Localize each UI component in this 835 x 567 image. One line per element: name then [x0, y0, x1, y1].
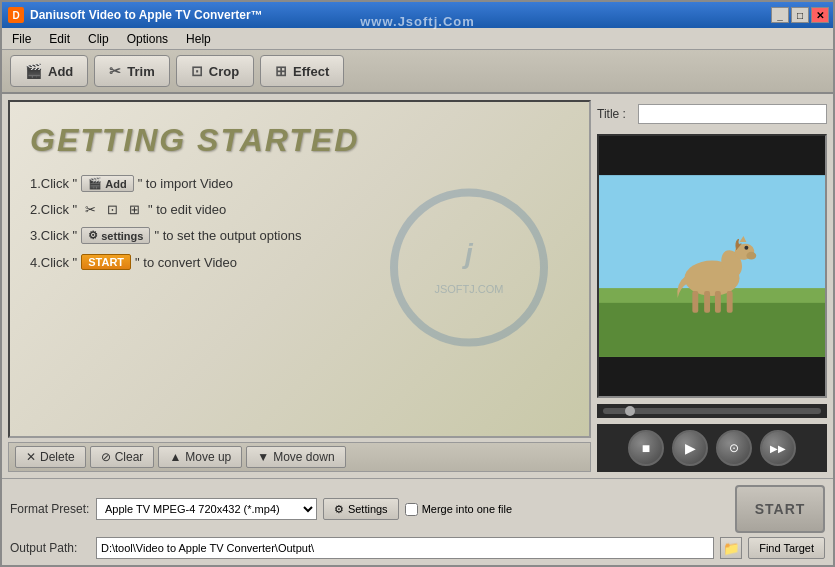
clear-icon: ⊘: [101, 450, 111, 464]
step-1: 1.Click " 🎬 Add " to import Video: [30, 175, 233, 192]
stop-button[interactable]: ■: [628, 430, 664, 466]
crop-button[interactable]: ⊡ Crop: [176, 55, 254, 87]
step1-film-icon: 🎬: [88, 177, 102, 190]
step3-settings-btn: ⚙ settings: [81, 227, 150, 244]
menu-clip[interactable]: Clip: [84, 30, 113, 48]
browse-folder-button[interactable]: 📁: [720, 537, 742, 559]
title-field-label: Title :: [597, 107, 632, 121]
seek-bar-container: [597, 404, 827, 418]
menu-file[interactable]: File: [8, 30, 35, 48]
svg-rect-13: [704, 291, 710, 313]
title-input[interactable]: [638, 104, 827, 124]
watermark-text: www.Jsoftj.Com: [360, 14, 475, 29]
menu-bar: File Edit Clip Options Help: [2, 28, 833, 50]
output-row: Output Path: 📁 Find Target: [10, 537, 825, 559]
svg-rect-5: [599, 303, 825, 357]
settings-label: Settings: [348, 503, 388, 515]
menu-options[interactable]: Options: [123, 30, 172, 48]
svg-point-9: [746, 252, 756, 260]
settings-gear-icon: ⚙: [334, 503, 344, 516]
menu-help[interactable]: Help: [182, 30, 215, 48]
step1-text: 1.Click ": [30, 176, 77, 191]
step4-text: 4.Click ": [30, 255, 77, 270]
stop-icon: ■: [642, 440, 650, 456]
svg-point-10: [744, 246, 748, 250]
step3-end: " to set the output options: [154, 228, 301, 243]
toolbar: 🎬 Add ✂ Trim ⊡ Crop ⊞ Effect: [2, 50, 833, 94]
delete-x-icon: ✕: [26, 450, 36, 464]
transport-controls: ■ ▶ ⊙ ▶▶: [597, 424, 827, 472]
find-target-button[interactable]: Find Target: [748, 537, 825, 559]
title-controls: _ □ ✕: [771, 7, 829, 23]
add-button[interactable]: 🎬 Add: [10, 55, 88, 87]
seek-thumb[interactable]: [625, 406, 635, 416]
minimize-button[interactable]: _: [771, 7, 789, 23]
getting-started-title: GETTING STARTED: [30, 122, 359, 159]
trim-button[interactable]: ✂ Trim: [94, 55, 169, 87]
add-label: Add: [48, 64, 73, 79]
format-select[interactable]: Apple TV MPEG-4 720x432 (*.mp4): [96, 498, 317, 520]
app-icon: D: [8, 7, 24, 23]
scissors-icon: ✂: [109, 63, 121, 79]
step2-text: 2.Click ": [30, 202, 77, 217]
step2-icons: ✂ ⊡ ⊞: [85, 202, 140, 217]
step2-end: " to edit video: [148, 202, 226, 217]
effect-button[interactable]: ⊞ Effect: [260, 55, 344, 87]
delete-label: Delete: [40, 450, 75, 464]
step1-end: " to import Video: [138, 176, 233, 191]
move-down-label: Move down: [273, 450, 334, 464]
settings-button[interactable]: ⚙ Settings: [323, 498, 399, 520]
close-button[interactable]: ✕: [811, 7, 829, 23]
main-window: D Daniusoft Video to Apple TV Converter™…: [0, 0, 835, 567]
move-down-button[interactable]: ▼ Move down: [246, 446, 345, 468]
effect-label: Effect: [293, 64, 329, 79]
step1-add-label: Add: [105, 178, 126, 190]
menu-edit[interactable]: Edit: [45, 30, 74, 48]
main-content: GETTING STARTED 1.Click " 🎬 Add " to imp…: [2, 94, 833, 478]
getting-started-area: GETTING STARTED 1.Click " 🎬 Add " to imp…: [8, 100, 591, 438]
step-3: 3.Click " ⚙ settings " to set the output…: [30, 227, 301, 244]
crop-icon: ⊡: [191, 63, 203, 79]
svg-rect-14: [715, 291, 721, 313]
step4-start-btn: START: [81, 254, 131, 270]
svg-text:JSOFTJ.COM: JSOFTJ.COM: [434, 283, 503, 295]
bottom-section: Format Preset: Apple TV MPEG-4 720x432 (…: [2, 478, 833, 565]
step1-add-btn: 🎬 Add: [81, 175, 133, 192]
svg-rect-12: [692, 291, 698, 313]
fast-forward-button[interactable]: ▶▶: [760, 430, 796, 466]
film-icon: 🎬: [25, 63, 42, 79]
maximize-button[interactable]: □: [791, 7, 809, 23]
delete-button[interactable]: ✕ Delete: [15, 446, 86, 468]
clear-label: Clear: [115, 450, 144, 464]
format-label: Format Preset:: [10, 502, 90, 516]
logo-watermark-svg: j JSOFTJ.COM: [389, 188, 549, 348]
step3-gear-icon: ⚙: [88, 229, 98, 242]
step4-start-label: START: [88, 256, 124, 268]
right-panel: Title :: [597, 100, 827, 472]
step4-end: " to convert Video: [135, 255, 237, 270]
effect-icon: ⊞: [275, 63, 287, 79]
play-button[interactable]: ▶: [672, 430, 708, 466]
action-bar: ✕ Delete ⊘ Clear ▲ Move up ▼ Move down: [8, 442, 591, 472]
move-up-button[interactable]: ▲ Move up: [158, 446, 242, 468]
svg-text:j: j: [461, 238, 474, 269]
preview-horse-svg: [599, 136, 825, 396]
seek-bar[interactable]: [603, 408, 821, 414]
crop-label: Crop: [209, 64, 239, 79]
clear-button[interactable]: ⊘ Clear: [90, 446, 155, 468]
title-bar: D Daniusoft Video to Apple TV Converter™…: [2, 2, 833, 28]
snapshot-icon: ⊙: [729, 441, 739, 455]
svg-point-0: [394, 193, 544, 343]
step-2: 2.Click " ✂ ⊡ ⊞ " to edit video: [30, 202, 226, 217]
format-row: Format Preset: Apple TV MPEG-4 720x432 (…: [10, 485, 825, 533]
merge-checkbox[interactable]: [405, 503, 418, 516]
snapshot-button[interactable]: ⊙: [716, 430, 752, 466]
window-title: Daniusoft Video to Apple TV Converter™: [30, 8, 263, 22]
output-path-input[interactable]: [96, 537, 714, 559]
arrow-down-icon: ▼: [257, 450, 269, 464]
svg-rect-15: [727, 291, 733, 313]
title-row: Title :: [597, 100, 827, 128]
start-button[interactable]: START: [735, 485, 825, 533]
folder-icon: 📁: [723, 541, 740, 556]
title-bar-left: D Daniusoft Video to Apple TV Converter™: [8, 7, 263, 23]
